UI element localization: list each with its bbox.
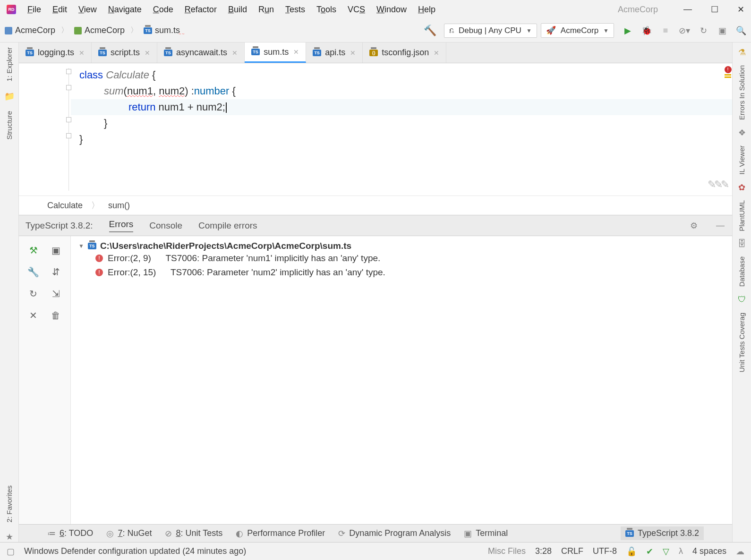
status-line-ending[interactable]: CRLF — [561, 546, 583, 556]
database-icon[interactable]: 🗄 — [737, 238, 747, 249]
refresh-icon[interactable]: ↻ — [23, 283, 44, 304]
close-icon[interactable]: ✕ — [293, 48, 299, 56]
collapse-icon[interactable]: ⇲ — [45, 283, 67, 304]
ts-version-label: TypeScript 3.8.2: — [26, 221, 93, 231]
run-config-select[interactable]: ⎌ Debug | Any CPU ▼ — [444, 24, 537, 38]
coverage-icon[interactable]: 🛡 — [737, 295, 747, 305]
profiler-button[interactable]: ⊘▾ — [679, 25, 690, 36]
tab-logging[interactable]: TSlogging.ts✕ — [19, 42, 92, 63]
status-indent[interactable]: 4 spaces — [692, 546, 726, 556]
expand-icon[interactable]: ⇵ — [45, 262, 67, 282]
error-row[interactable]: ! Error:(2, 15) TS7006: Parameter 'num2'… — [78, 265, 725, 280]
menu-view[interactable]: View — [78, 5, 97, 15]
close-icon[interactable]: ✕ — [232, 49, 238, 57]
tab-tsconfig[interactable]: {}tsconfig.json✕ — [363, 42, 446, 63]
collapse-triangle-icon[interactable]: ▼ — [78, 243, 84, 249]
plantuml-icon[interactable]: ✿ — [737, 182, 747, 193]
wrench-icon[interactable]: 🔧 — [23, 262, 44, 282]
status-caret-pos[interactable]: 3:28 — [535, 546, 552, 556]
lambda-icon[interactable]: λ — [679, 546, 683, 556]
minimize-button[interactable]: — — [683, 4, 692, 15]
close-icon[interactable]: ✕ — [23, 305, 44, 326]
menu-refactor[interactable]: Refactor — [185, 5, 217, 15]
tool-il-viewer[interactable]: IL Viewer — [738, 145, 746, 175]
layout-button[interactable]: ▣ — [717, 25, 727, 36]
status-misc[interactable]: Misc Files — [488, 546, 526, 556]
menu-tools[interactable]: Tools — [316, 5, 336, 15]
menu-window[interactable]: Window — [376, 5, 407, 15]
tool-explorer[interactable]: 1: Explorer — [5, 47, 13, 82]
close-icon[interactable]: ✕ — [434, 49, 439, 57]
gear-icon[interactable]: ⚙ — [689, 221, 699, 231]
crumb-project[interactable]: AcmeCorp — [5, 25, 55, 35]
panel-tab-console[interactable]: Console — [149, 221, 182, 231]
crumb-module[interactable]: AcmeCorp — [74, 25, 125, 35]
hammer-ts-icon[interactable]: ⚒ — [23, 240, 44, 261]
check-icon[interactable]: ✔ — [646, 546, 653, 557]
close-icon[interactable]: ✕ — [145, 49, 150, 57]
debug-button[interactable]: 🐞 — [641, 25, 652, 36]
tool-typescript[interactable]: TS TypeScript 3.8.2 — [621, 526, 704, 540]
maximize-button[interactable]: ☐ — [711, 4, 718, 15]
flask-icon[interactable]: ⚗ — [737, 47, 747, 58]
menu-build[interactable]: Build — [228, 5, 247, 15]
menu-file[interactable]: File — [27, 5, 41, 15]
tool-terminal[interactable]: ▣ Terminal — [464, 528, 508, 539]
tab-sum[interactable]: TSsum.ts✕ — [245, 42, 306, 63]
layout-icon[interactable]: ▣ — [45, 240, 67, 261]
tool-errors-solution[interactable]: Errors In Solution — [738, 65, 746, 120]
lock-icon[interactable]: 🔓 — [626, 546, 637, 557]
tool-todo[interactable]: ≔ 6: TODO — [47, 528, 93, 539]
code-editor[interactable]: class Calculate { sum(num1, num2) :numbe… — [19, 63, 732, 195]
errors-panel: ⚒ ▣ 🔧 ⇵ ↻ ⇲ ✕ 🗑 ▼ TS C:\Users\rache\Ride… — [19, 236, 732, 524]
menu-edit[interactable]: Edit — [52, 5, 67, 15]
tab-api[interactable]: TSapi.ts✕ — [306, 42, 363, 63]
build-button[interactable]: 🔨 — [424, 25, 436, 37]
menu-navigate[interactable]: Navigate — [108, 5, 142, 15]
close-icon[interactable]: ✕ — [79, 49, 85, 57]
code-area[interactable]: class Calculate { sum(num1, num2) :numbe… — [71, 63, 732, 195]
notification-icon[interactable]: ▢ — [7, 546, 15, 557]
search-button[interactable]: 🔍 — [736, 25, 746, 36]
il-icon[interactable]: ❖ — [737, 127, 747, 138]
tool-dpa[interactable]: ⟳ Dynamic Program Analysis — [338, 528, 451, 539]
status-encoding[interactable]: UTF-8 — [593, 546, 617, 556]
sync-icon[interactable]: ☁ — [736, 546, 744, 557]
tool-structure[interactable]: Structure — [5, 111, 13, 140]
tool-nuget[interactable]: ◎ 7: NuGet — [106, 528, 152, 539]
editor-tabs: TSlogging.ts✕ TSscript.ts✕ TSasyncawait.… — [19, 42, 732, 63]
tab-script[interactable]: TSscript.ts✕ — [92, 42, 157, 63]
panel-tab-errors[interactable]: Errors — [109, 219, 134, 232]
menu-help[interactable]: Help — [418, 5, 435, 15]
menu-run[interactable]: Run — [258, 5, 274, 15]
error-row[interactable]: ! Error:(2, 9) TS7006: Parameter 'num1' … — [78, 251, 725, 265]
crumb-method[interactable]: sum() — [108, 201, 130, 211]
stop-button[interactable]: ■ — [660, 25, 671, 36]
tool-coverage[interactable]: Unit Tests Coverag — [738, 313, 746, 372]
menu-vcs[interactable]: VCS — [348, 5, 365, 15]
minimize-panel-icon[interactable]: — — [715, 221, 725, 231]
folder-icon[interactable]: 📁 — [4, 91, 15, 102]
tool-plantuml[interactable]: PlantUML — [738, 200, 746, 231]
tab-asyncawait[interactable]: TSasyncawait.ts✕ — [157, 42, 245, 63]
run-button[interactable]: ▶ — [623, 25, 633, 36]
menu-code[interactable]: Code — [153, 5, 173, 15]
tool-profiler[interactable]: ◐ Performance Profiler — [236, 528, 325, 539]
sync-button[interactable]: ↻ — [698, 25, 708, 36]
tool-database[interactable]: Database — [738, 256, 746, 287]
panel-toolbar: ⚒ ▣ 🔧 ⇵ ↻ ⇲ ✕ 🗑 — [19, 236, 71, 524]
close-button[interactable]: ✕ — [737, 4, 744, 15]
trash-icon[interactable]: 🗑 — [45, 305, 67, 326]
close-icon[interactable]: ✕ — [350, 49, 356, 57]
panel-tab-compile[interactable]: Compile errors — [198, 221, 257, 231]
vue-icon[interactable]: ▽ — [663, 546, 669, 557]
menu-tests[interactable]: Tests — [285, 5, 305, 15]
tool-unittests[interactable]: ⊘ 8: Unit Tests — [165, 528, 222, 539]
run-target-select[interactable]: 🚀 AcmeCorp ▼ — [541, 23, 614, 38]
crumb-file[interactable]: TSsum.ts — [144, 25, 180, 35]
crumb-class[interactable]: Calculate — [47, 201, 83, 211]
right-toolbar: ⚗ Errors In Solution ❖ IL Viewer ✿ Plant… — [732, 42, 751, 542]
left-toolbar: 1: Explorer 📁 Structure 2: Favorites ★ — [0, 42, 19, 542]
error-file-header[interactable]: ▼ TS C:\Users\rache\RiderProjects\AcmeCo… — [78, 241, 725, 251]
tool-favorites[interactable]: 2: Favorites — [5, 485, 13, 522]
